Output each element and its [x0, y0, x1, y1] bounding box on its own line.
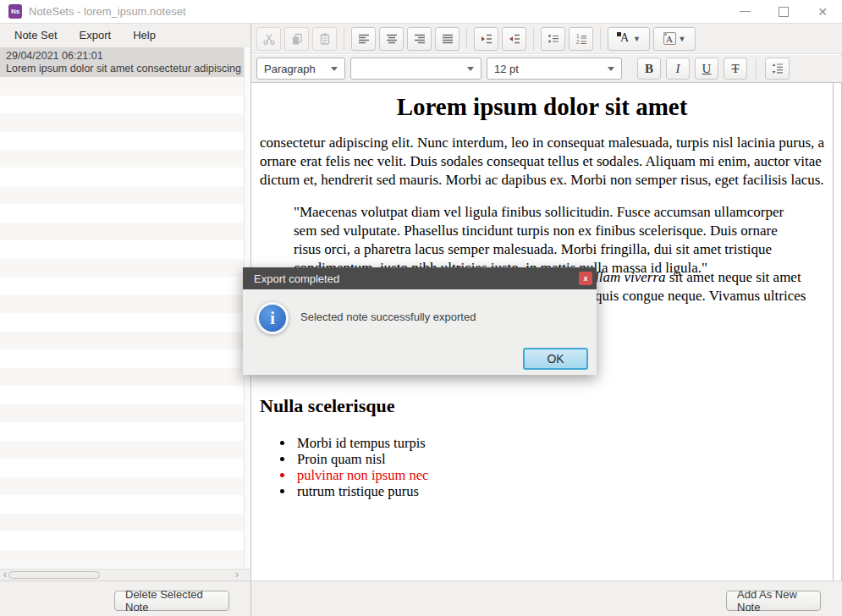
line-spacing-icon — [771, 62, 784, 75]
bold-button[interactable]: B — [637, 58, 661, 80]
indent-icon — [508, 32, 521, 46]
font-color-dropdown[interactable]: A ▼ — [608, 27, 650, 51]
font-size-select[interactable]: 12 pt — [487, 58, 622, 80]
copy-icon — [290, 32, 304, 46]
align-center-button[interactable] — [379, 27, 404, 51]
paste-button[interactable] — [312, 27, 337, 51]
strikethrough-button[interactable]: T — [724, 58, 747, 80]
maximize-button[interactable] — [764, 0, 803, 23]
justify-button[interactable] — [435, 27, 460, 51]
close-button[interactable]: ✕ — [803, 0, 842, 23]
editor-heading: Lorem ipsum dolor sit amet — [251, 93, 833, 121]
svg-text:2: 2 — [576, 39, 580, 45]
scrollbar-thumb[interactable] — [8, 571, 100, 579]
editor-subheading: Nulla scelerisque — [260, 395, 395, 417]
underline-button[interactable]: U — [695, 58, 718, 80]
close-icon: ✕ — [817, 6, 828, 18]
maximize-icon — [779, 7, 789, 17]
chevron-down-icon: ▼ — [679, 35, 686, 43]
align-right-button[interactable] — [407, 27, 432, 51]
chevron-down-icon: ▼ — [633, 35, 641, 43]
minimize-icon — [740, 11, 751, 12]
decrease-indent-button[interactable] — [474, 27, 498, 51]
partial-line-2: quis congue neque. Vivamus ultrices — [595, 287, 842, 305]
svg-text:1: 1 — [576, 33, 580, 39]
bullet-list-button[interactable] — [541, 27, 565, 51]
editor-blockquote: "Maecenas volutpat diam vel ligula finib… — [294, 203, 799, 278]
editor-paragraph: consectetur adipiscing elit. Nunc interd… — [260, 134, 827, 190]
partial-line-1: llam viverra sit amet neque sit amet — [595, 268, 842, 287]
window-title: NoteSets - lorem_ipsum.noteset — [29, 5, 186, 18]
note-preview: Lorem ipsum dolor sit amet consectetur a… — [6, 63, 238, 75]
line-spacing-button[interactable] — [765, 58, 790, 80]
align-right-icon — [413, 32, 427, 46]
app-icon: Ns — [8, 4, 22, 19]
numbered-list-icon: 12 — [575, 32, 588, 46]
minimize-button[interactable] — [725, 0, 764, 23]
toolbar-separator — [466, 28, 467, 50]
info-icon: i — [256, 302, 289, 334]
cut-button[interactable] — [256, 27, 281, 51]
editor-bullet-list: Morbi id tempus turpis Proin quam nisl p… — [277, 435, 428, 499]
delete-selected-note-button[interactable]: Delete Selected Note — [114, 591, 229, 611]
export-completed-dialog: Export completed x i Selected note succe… — [243, 267, 597, 375]
font-size-value: 12 pt — [494, 63, 519, 75]
align-center-icon — [385, 32, 399, 46]
paragraph-style-select[interactable]: Paragraph — [256, 58, 345, 80]
toolbar-separator — [533, 28, 534, 50]
menu-note-set[interactable]: Note Set — [3, 24, 69, 47]
menu-bar: Note Set Export Help — [0, 24, 250, 47]
justify-icon — [441, 32, 454, 46]
toolbar-font: Paragraph 12 pt B I U T — [251, 55, 842, 83]
dialog-close-button[interactable]: x — [579, 272, 592, 285]
toolbar-separator — [756, 58, 757, 80]
highlight-color-swatch — [663, 32, 667, 36]
toolbar-separator — [344, 28, 344, 50]
note-list-horizontal-scrollbar[interactable]: ‹ › — [0, 569, 250, 580]
toolbar-separator — [600, 28, 601, 50]
scrollbar-right-arrow-icon[interactable]: › — [232, 569, 242, 581]
list-item: Proin quam nisl — [294, 451, 428, 467]
italic-button[interactable]: I — [666, 58, 690, 80]
dialog-title: Export completed — [254, 272, 339, 285]
note-timestamp: 29/04/2021 06:21:01 — [6, 49, 238, 63]
list-item: rutrum tristique purus — [294, 483, 428, 499]
font-family-select[interactable] — [350, 58, 482, 80]
bullet-list-icon — [547, 32, 560, 46]
dialog-message: Selected note successfully exported — [300, 311, 476, 323]
paste-icon — [318, 32, 332, 46]
numbered-list-button[interactable]: 12 — [569, 27, 593, 51]
note-list-item-selected[interactable]: 29/04/2021 06:21:01 Lorem ipsum dolor si… — [0, 47, 244, 77]
highlight-color-dropdown[interactable]: A ▼ — [653, 27, 696, 51]
highlight-color-icon: A — [663, 32, 676, 45]
add-as-new-note-button[interactable]: Add As New Note — [726, 591, 821, 611]
window-controls: ✕ — [725, 0, 842, 23]
chevron-down-icon — [467, 67, 474, 71]
outdent-icon — [480, 32, 493, 46]
dialog-titlebar: Export completed — [243, 267, 597, 289]
align-left-button[interactable] — [351, 27, 376, 51]
menu-help[interactable]: Help — [122, 24, 167, 47]
dialog-ok-button[interactable]: OK — [523, 348, 588, 370]
note-list: 29/04/2021 06:21:01 Lorem ipsum dolor si… — [0, 47, 244, 569]
editor-partial-paragraph: llam viverra sit amet neque sit amet qui… — [595, 268, 842, 305]
chevron-down-icon — [331, 67, 338, 71]
list-item: Morbi id tempus turpis — [294, 435, 428, 451]
menu-export[interactable]: Export — [69, 24, 123, 47]
align-left-icon — [357, 32, 371, 46]
scissors-icon — [262, 32, 276, 46]
list-item: pulvinar non ipsum nec — [294, 467, 428, 483]
note-list-empty-rows — [0, 77, 244, 569]
chevron-down-icon — [608, 67, 614, 71]
app-window: Ns NoteSets - lorem_ipsum.noteset ✕ Note… — [0, 0, 842, 616]
increase-indent-button[interactable] — [502, 27, 526, 51]
paragraph-style-value: Paragraph — [264, 63, 316, 75]
toolbar-clipboard-align: 12 A ▼ A ▼ — [251, 24, 842, 54]
bottom-bar: Delete Selected Note Add As New Note — [0, 580, 842, 616]
titlebar: Ns NoteSets - lorem_ipsum.noteset ✕ — [0, 0, 842, 24]
copy-button[interactable] — [284, 27, 309, 51]
font-color-icon: A — [617, 32, 630, 46]
